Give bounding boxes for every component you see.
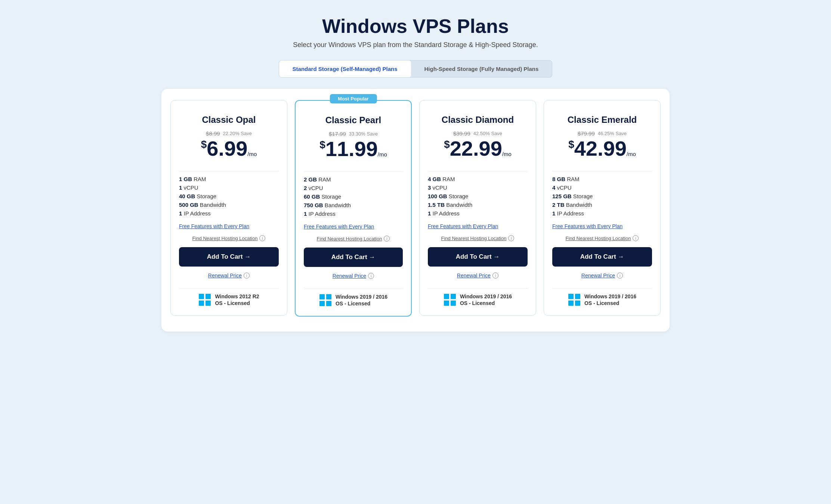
feature-item: 4 GB RAM: [428, 176, 528, 182]
os-section: Windows 2019 / 2016OS - Licensed: [304, 293, 403, 307]
feature-item: 125 GB Storage: [552, 193, 652, 199]
current-price: $22.99/mo: [428, 138, 528, 159]
windows-icon: [444, 293, 456, 306]
svg-rect-5: [326, 294, 331, 299]
most-popular-badge: Most Popular: [330, 94, 377, 103]
os-text: Windows 2019 / 2016OS - Licensed: [584, 293, 636, 307]
hosting-location: Find Nearest Hosting Location i: [304, 236, 403, 242]
page-subtitle: Select your Windows VPS plan from the St…: [7, 41, 824, 49]
hosting-location: Find Nearest Hosting Location i: [179, 235, 279, 241]
os-section: Windows 2019 / 2016OS - Licensed: [552, 293, 652, 307]
os-divider: [428, 288, 528, 289]
renewal-price-row: Renewal Price i: [552, 273, 652, 279]
info-icon[interactable]: i: [633, 235, 639, 241]
feature-item: 1 GB RAM: [179, 176, 279, 182]
current-price: $6.99/mo: [179, 138, 279, 159]
plan-card-classic-opal: Classic Opal $8.99 22.20% Save $6.99/mo …: [170, 100, 287, 316]
price-amount: 42.99: [574, 137, 627, 160]
price-row: $17.99 33.30% Save: [304, 131, 403, 137]
price-row: $79.99 46.25% Save: [552, 130, 652, 137]
add-to-cart-button[interactable]: Add To Cart →: [428, 247, 528, 267]
price-dollar-sign: $: [568, 139, 574, 150]
free-features-link[interactable]: Free Features with Every Plan: [428, 223, 528, 229]
current-price: $42.99/mo: [552, 138, 652, 159]
save-badge: 42.50% Save: [473, 131, 502, 136]
plan-name: Classic Opal: [179, 115, 279, 125]
price-row: $8.99 22.20% Save: [179, 130, 279, 137]
renewal-price-link[interactable]: Renewal Price: [581, 273, 615, 279]
svg-rect-1: [206, 294, 211, 299]
plan-card-classic-emerald: Classic Emerald $79.99 46.25% Save $42.9…: [544, 100, 661, 316]
free-features-link[interactable]: Free Features with Every Plan: [304, 224, 403, 230]
feature-item: 60 GB Storage: [304, 193, 403, 200]
tab-highspeed[interactable]: High-Speed Storage (Fully Managed) Plans: [411, 60, 552, 77]
info-icon[interactable]: i: [508, 235, 514, 241]
price-dollar-sign: $: [201, 139, 207, 150]
divider: [179, 171, 279, 171]
svg-rect-2: [199, 301, 204, 306]
free-features-link[interactable]: Free Features with Every Plan: [552, 223, 652, 229]
save-badge: 46.25% Save: [598, 131, 627, 136]
windows-icon: [568, 293, 581, 306]
feature-item: 2 TB Bandwidth: [552, 202, 652, 208]
os-divider: [304, 289, 403, 289]
hosting-location-link[interactable]: Find Nearest Hosting Location: [317, 236, 382, 242]
info-icon[interactable]: i: [384, 236, 390, 242]
plan-name: Classic Diamond: [428, 115, 528, 125]
add-to-cart-button[interactable]: Add To Cart →: [552, 247, 652, 267]
feature-item: 1.5 TB Bandwidth: [428, 202, 528, 208]
price-dollar-sign: $: [444, 139, 450, 150]
price-amount: 11.99: [325, 137, 378, 161]
renewal-price-link[interactable]: Renewal Price: [208, 273, 242, 279]
info-icon[interactable]: i: [259, 235, 265, 241]
plans-outer: Classic Opal $8.99 22.20% Save $6.99/mo …: [161, 89, 670, 332]
renewal-price-link[interactable]: Renewal Price: [457, 273, 491, 279]
renewal-info-icon[interactable]: i: [244, 273, 250, 279]
price-dollar-sign: $: [319, 139, 325, 150]
renewal-info-icon[interactable]: i: [617, 273, 623, 279]
original-price: $39.99: [453, 130, 470, 137]
page-title: Windows VPS Plans: [7, 15, 824, 37]
hosting-location-link[interactable]: Find Nearest Hosting Location: [566, 236, 631, 241]
svg-rect-0: [199, 294, 204, 299]
original-price: $17.99: [329, 131, 346, 137]
windows-icon: [319, 294, 332, 307]
svg-rect-8: [444, 294, 449, 299]
feature-item: 8 GB RAM: [552, 176, 652, 182]
feature-item: 100 GB Storage: [428, 193, 528, 199]
svg-rect-13: [575, 294, 580, 299]
feature-item: 3 vCPU: [428, 184, 528, 191]
feature-item: 2 vCPU: [304, 185, 403, 191]
add-to-cart-button[interactable]: Add To Cart →: [179, 247, 279, 267]
tab-standard[interactable]: Standard Storage (Self-Managed) Plans: [279, 60, 411, 77]
add-to-cart-button[interactable]: Add To Cart →: [304, 248, 403, 267]
price-period: /mo: [378, 151, 387, 158]
hosting-location-link[interactable]: Find Nearest Hosting Location: [192, 236, 258, 241]
os-divider: [552, 288, 652, 289]
renewal-price-row: Renewal Price i: [304, 273, 403, 279]
os-section: Windows 2019 / 2016OS - Licensed: [428, 293, 528, 307]
svg-rect-14: [568, 301, 574, 306]
original-price: $79.99: [578, 130, 595, 137]
hosting-location-link[interactable]: Find Nearest Hosting Location: [441, 236, 507, 241]
svg-rect-9: [451, 294, 456, 299]
features-list: 1 GB RAM1 vCPU40 GB Storage500 GB Bandwi…: [179, 176, 279, 217]
renewal-info-icon[interactable]: i: [368, 273, 374, 279]
divider: [428, 171, 528, 171]
os-text: Windows 2012 R2OS - Licensed: [215, 293, 259, 307]
renewal-info-icon[interactable]: i: [492, 273, 498, 279]
price-amount: 22.99: [450, 137, 502, 160]
plan-name: Classic Emerald: [552, 115, 652, 125]
price-row: $39.99 42.50% Save: [428, 130, 528, 137]
free-features-link[interactable]: Free Features with Every Plan: [179, 223, 279, 229]
price-period: /mo: [627, 151, 636, 157]
os-divider: [179, 288, 279, 289]
renewal-price-link[interactable]: Renewal Price: [333, 273, 366, 279]
svg-rect-3: [206, 301, 211, 306]
plans-grid: Classic Opal $8.99 22.20% Save $6.99/mo …: [170, 100, 661, 317]
divider: [304, 171, 403, 172]
features-list: 2 GB RAM2 vCPU60 GB Storage750 GB Bandwi…: [304, 176, 403, 217]
original-price: $8.99: [206, 130, 220, 137]
svg-rect-7: [326, 301, 331, 306]
svg-rect-4: [319, 294, 325, 299]
